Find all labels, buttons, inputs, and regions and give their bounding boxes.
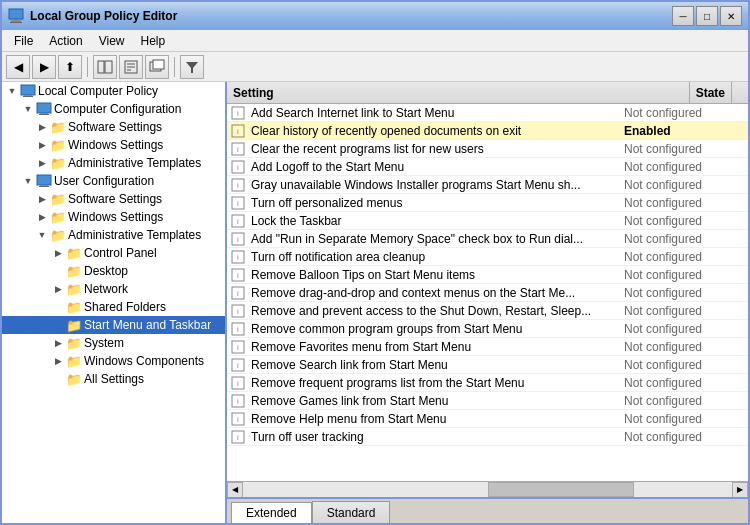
tree-item-windows-settings-1[interactable]: ▶ 📁 Windows Settings	[2, 136, 225, 154]
menu-help[interactable]: Help	[133, 32, 174, 50]
expander-network[interactable]: ▶	[50, 281, 66, 297]
tree-label-desktop: Desktop	[84, 264, 128, 278]
maximize-button[interactable]: □	[696, 6, 718, 26]
list-row[interactable]: iRemove Help menu from Start MenuNot con…	[227, 410, 748, 428]
tree-item-network[interactable]: ▶ 📁 Network	[2, 280, 225, 298]
row-setting-text: Remove frequent programs list from the S…	[247, 376, 618, 390]
list-row[interactable]: iRemove drag-and-drop and context menus …	[227, 284, 748, 302]
tree-item-software-settings-2[interactable]: ▶ 📁 Software Settings	[2, 190, 225, 208]
expander-control-panel[interactable]: ▶	[50, 245, 66, 261]
svg-rect-1	[11, 20, 21, 22]
tree-item-windows-settings-2[interactable]: ▶ 📁 Windows Settings	[2, 208, 225, 226]
row-setting-text: Remove and prevent access to the Shut Do…	[247, 304, 618, 318]
list-row[interactable]: iAdd Logoff to the Start MenuNot configu…	[227, 158, 748, 176]
menu-action[interactable]: Action	[41, 32, 90, 50]
expander-software-settings-1[interactable]: ▶	[34, 119, 50, 135]
list-row[interactable]: iRemove Balloon Tips on Start Menu items…	[227, 266, 748, 284]
list-row[interactable]: iRemove Search link from Start MenuNot c…	[227, 356, 748, 374]
list-row[interactable]: iRemove Games link from Start MenuNot co…	[227, 392, 748, 410]
tree-item-admin-templates-1[interactable]: ▶ 📁 Administrative Templates	[2, 154, 225, 172]
expander-computer-config[interactable]: ▼	[20, 101, 36, 117]
horizontal-scrollbar[interactable]: ◀ ▶	[227, 481, 748, 497]
row-state-text: Not configured	[618, 106, 748, 120]
tree-label-admin-templates-2: Administrative Templates	[68, 228, 201, 242]
list-row[interactable]: iTurn off user trackingNot configured	[227, 428, 748, 446]
list-row[interactable]: iTurn off notification area cleanupNot c…	[227, 248, 748, 266]
back-button[interactable]: ◀	[6, 55, 30, 79]
close-button[interactable]: ✕	[720, 6, 742, 26]
list-row[interactable]: iRemove and prevent access to the Shut D…	[227, 302, 748, 320]
menu-view[interactable]: View	[91, 32, 133, 50]
expander-local-computer-policy[interactable]: ▼	[4, 83, 20, 99]
list-row[interactable]: iRemove common program groups from Start…	[227, 320, 748, 338]
list-row[interactable]: iRemove frequent programs list from the …	[227, 374, 748, 392]
tree-label-admin-templates-1: Administrative Templates	[68, 156, 201, 170]
list-row[interactable]: iClear the recent programs list for new …	[227, 140, 748, 158]
row-setting-icon: i	[229, 412, 247, 426]
expander-windows-components[interactable]: ▶	[50, 353, 66, 369]
tree-item-local-computer-policy[interactable]: ▼ Local Computer Policy	[2, 82, 225, 100]
list-row[interactable]: iAdd Search Internet link to Start MenuN…	[227, 104, 748, 122]
tree-item-start-menu-taskbar[interactable]: ▶ 📁 Start Menu and Taskbar	[2, 316, 225, 334]
toolbar-separator-1	[87, 57, 88, 77]
expander-admin-templates-1[interactable]: ▶	[34, 155, 50, 171]
expander-system[interactable]: ▶	[50, 335, 66, 351]
tree-item-shared-folders[interactable]: ▶ 📁 Shared Folders	[2, 298, 225, 316]
user-config-icon	[36, 173, 52, 189]
row-state-text: Not configured	[618, 412, 748, 426]
list-row[interactable]: iRemove Favorites menu from Start MenuNo…	[227, 338, 748, 356]
row-setting-text: Remove common program groups from Start …	[247, 322, 618, 336]
new-window-button[interactable]	[145, 55, 169, 79]
row-setting-text: Turn off notification area cleanup	[247, 250, 618, 264]
hscroll-thumb[interactable]	[488, 482, 635, 497]
forward-button[interactable]: ▶	[32, 55, 56, 79]
list-body[interactable]: iAdd Search Internet link to Start MenuN…	[227, 104, 748, 481]
col-header-state[interactable]: State	[690, 82, 732, 103]
properties-button[interactable]	[119, 55, 143, 79]
tree-label-start-menu-taskbar: Start Menu and Taskbar	[84, 318, 211, 332]
tree-item-control-panel[interactable]: ▶ 📁 Control Panel	[2, 244, 225, 262]
list-row[interactable]: iGray unavailable Windows Installer prog…	[227, 176, 748, 194]
col-header-setting[interactable]: Setting	[227, 82, 690, 103]
filter-button[interactable]	[180, 55, 204, 79]
tree-item-user-config[interactable]: ▼ User Configuration	[2, 172, 225, 190]
tree-item-desktop[interactable]: ▶ 📁 Desktop	[2, 262, 225, 280]
list-row[interactable]: iTurn off personalized menusNot configur…	[227, 194, 748, 212]
expander-admin-templates-2[interactable]: ▼	[34, 227, 50, 243]
row-setting-icon: i	[229, 124, 247, 138]
menu-file[interactable]: File	[6, 32, 41, 50]
up-button[interactable]: ⬆	[58, 55, 82, 79]
row-state-text: Not configured	[618, 322, 748, 336]
list-row[interactable]: iLock the TaskbarNot configured	[227, 212, 748, 230]
svg-text:i: i	[237, 433, 239, 442]
tree-item-admin-templates-2[interactable]: ▼ 📁 Administrative Templates	[2, 226, 225, 244]
main-content: ▼ Local Computer Policy ▼	[2, 82, 748, 523]
svg-marker-11	[186, 62, 198, 73]
tree-item-system[interactable]: ▶ 📁 System	[2, 334, 225, 352]
hscroll-left-button[interactable]: ◀	[227, 482, 243, 498]
tree-item-software-settings-1[interactable]: ▶ 📁 Software Settings	[2, 118, 225, 136]
expander-windows-settings-1[interactable]: ▶	[34, 137, 50, 153]
svg-rect-20	[39, 186, 49, 187]
row-setting-text: Remove Search link from Start Menu	[247, 358, 618, 372]
row-setting-icon: i	[229, 358, 247, 372]
row-setting-icon: i	[229, 340, 247, 354]
tab-standard[interactable]: Standard	[312, 501, 391, 523]
expander-software-settings-2[interactable]: ▶	[34, 191, 50, 207]
list-row[interactable]: iAdd "Run in Separate Memory Space" chec…	[227, 230, 748, 248]
row-setting-icon: i	[229, 430, 247, 444]
hscroll-right-button[interactable]: ▶	[732, 482, 748, 498]
show-hide-button[interactable]	[93, 55, 117, 79]
expander-windows-settings-2[interactable]: ▶	[34, 209, 50, 225]
row-setting-text: Turn off user tracking	[247, 430, 618, 444]
hscroll-track[interactable]	[243, 482, 732, 497]
tree-item-all-settings[interactable]: ▶ 📁 All Settings	[2, 370, 225, 388]
svg-rect-4	[105, 61, 112, 73]
folder-icon-windows-2: 📁	[50, 209, 66, 225]
tab-extended[interactable]: Extended	[231, 502, 312, 523]
minimize-button[interactable]: ─	[672, 6, 694, 26]
tree-item-windows-components[interactable]: ▶ 📁 Windows Components	[2, 352, 225, 370]
expander-user-config[interactable]: ▼	[20, 173, 36, 189]
tree-item-computer-config[interactable]: ▼ Computer Configuration	[2, 100, 225, 118]
list-row[interactable]: iClear history of recently opened docume…	[227, 122, 748, 140]
